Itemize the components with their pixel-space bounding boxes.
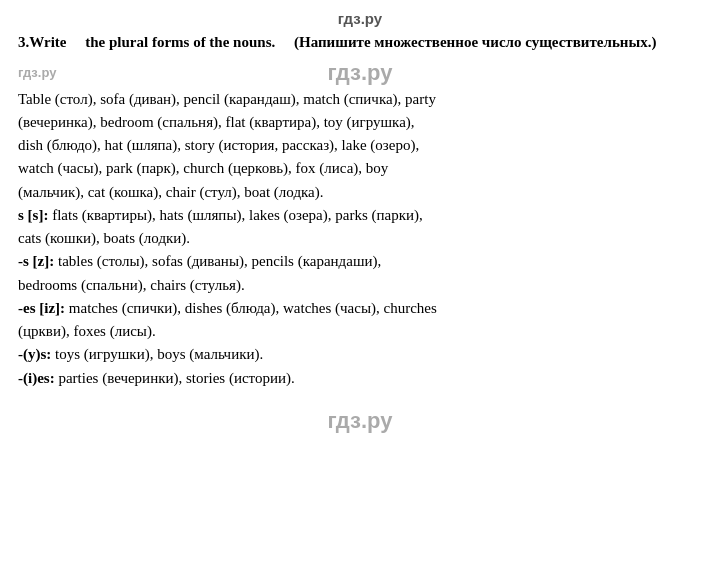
content-line: s [s]: flats (квартиры), hats (шляпы), l… [18, 204, 702, 227]
content-line: (цркви), foxes (лисы). [18, 320, 702, 343]
watermark-mid-left: гдз.ру [18, 65, 56, 80]
content-line: -es [iz]: matches (спички), dishes (блюд… [18, 297, 702, 320]
content-line: bedrooms (спальни), chairs (стулья). [18, 274, 702, 297]
watermark-mid: гдз.ру гдз.ру гдз.ру [18, 60, 702, 86]
watermark-top: гдз.ру [18, 10, 702, 27]
content-line: -(y)s: toys (игрушки), boys (мальчики). [18, 343, 702, 366]
task-text-en: the plural forms of the nouns. [85, 34, 275, 50]
task-header: 3.Write the plural forms of the nouns. (… [18, 31, 702, 54]
task-label: 3.Write [18, 34, 66, 50]
content-line: dish (блюдо), hat (шляпа), story (истори… [18, 134, 702, 157]
content-line: -s [z]: tables (столы), sofas (диваны), … [18, 250, 702, 273]
content-line: Table (стол), sofa (диван), pencil (кара… [18, 88, 702, 111]
content-line: cats (кошки), boats (лодки). [18, 227, 702, 250]
content-line: (мальчик), cat (кошка), chair (стул), bo… [18, 181, 702, 204]
content: Table (стол), sofa (диван), pencil (кара… [18, 88, 702, 390]
content-line: watch (часы), park (парк), church (церко… [18, 157, 702, 180]
task-text-ru: (Напишите множественное число существите… [294, 34, 656, 50]
content-line: (вечеринка), bedroom (спальня), flat (кв… [18, 111, 702, 134]
page: гдз.ру 3.Write the plural forms of the n… [0, 0, 720, 569]
watermark-mid-center: гдз.ру [328, 60, 393, 86]
watermark-bottom: гдз.ру [18, 408, 702, 434]
content-line: -(i)es: parties (вечеринки), stories (ис… [18, 367, 702, 390]
